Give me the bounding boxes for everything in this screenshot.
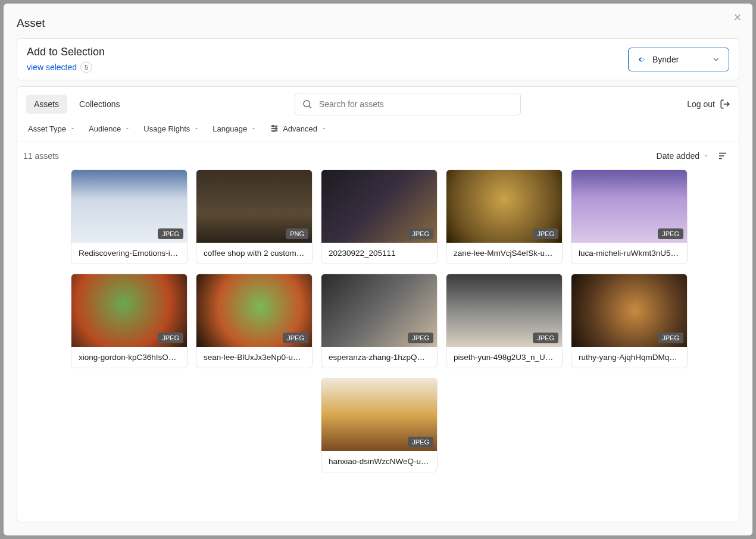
asset-card[interactable]: PNG coffee shop with 2 custom… xyxy=(196,170,313,264)
modal-title: Asset xyxy=(4,4,752,38)
caret-down-icon xyxy=(251,126,257,131)
asset-thumbnail: JPEG xyxy=(571,274,687,347)
bynder-icon xyxy=(637,54,648,65)
asset-thumbnail: JPEG xyxy=(446,274,562,347)
caret-down-icon xyxy=(703,153,709,159)
asset-title: zane-lee-MmVcjS4eISk-un… xyxy=(446,243,562,264)
tabs: Assets Collections xyxy=(26,95,129,114)
asset-title: 20230922_205111 xyxy=(321,243,437,264)
format-badge: JPEG xyxy=(658,333,683,343)
results-count: 11 assets xyxy=(23,151,59,161)
format-badge: JPEG xyxy=(283,333,308,343)
selection-title: Add to Selection xyxy=(27,46,105,58)
asset-thumbnail: JPEG xyxy=(71,170,187,243)
sliders-icon xyxy=(270,124,279,133)
caret-down-icon xyxy=(193,126,199,131)
asset-thumbnail: JPEG xyxy=(71,274,187,347)
asset-card[interactable]: JPEG hanxiao-dsinWzcNWeQ-u… xyxy=(321,378,438,472)
asset-card[interactable]: JPEG 20230922_205111 xyxy=(321,170,438,264)
format-badge: JPEG xyxy=(158,228,183,239)
sort-label: Date added xyxy=(657,151,699,161)
asset-card[interactable]: JPEG zane-lee-MmVcjS4eISk-un… xyxy=(446,170,563,264)
close-icon xyxy=(732,12,743,23)
tab-assets[interactable]: Assets xyxy=(26,95,67,114)
asset-thumbnail: JPEG xyxy=(446,170,562,243)
asset-card[interactable]: JPEG xiong-gordon-kpC36hIsOD… xyxy=(71,274,188,368)
format-badge: JPEG xyxy=(408,333,433,343)
sort-controls: Date added xyxy=(657,151,728,161)
filter-advanced-label: Advanced xyxy=(283,124,317,133)
asset-title: sean-lee-BlUxJx3eNp0-un… xyxy=(196,347,312,368)
filter-audience-label: Audience xyxy=(89,124,121,133)
view-selected-link[interactable]: view selected xyxy=(27,62,77,72)
asset-thumbnail: JPEG xyxy=(321,274,437,347)
svg-point-6 xyxy=(273,130,275,132)
results-header: 11 assets Date added xyxy=(17,142,739,166)
format-badge: PNG xyxy=(286,228,308,239)
svg-point-0 xyxy=(304,101,310,107)
sort-direction-icon[interactable] xyxy=(717,151,728,161)
close-button[interactable] xyxy=(732,12,743,23)
format-badge: JPEG xyxy=(408,437,433,447)
filter-asset-type-label: Asset Type xyxy=(28,124,66,133)
asset-thumbnail: JPEG xyxy=(321,170,437,243)
asset-title: luca-micheli-ruWkmt3nU5… xyxy=(571,243,687,264)
asset-grid: JPEG Rediscovering-Emotions-i… PNG coffe… xyxy=(17,166,739,483)
source-left: Bynder xyxy=(637,54,679,65)
format-badge: JPEG xyxy=(408,228,433,239)
selection-view: view selected 5 xyxy=(27,62,105,73)
filters-row: Asset Type Audience Usage Rights Languag… xyxy=(17,118,739,142)
filter-language-label: Language xyxy=(213,124,247,133)
source-name: Bynder xyxy=(652,55,679,64)
asset-title: piseth-yun-498g2U3_n_U-… xyxy=(446,347,562,368)
tabs-row: Assets Collections Log out xyxy=(17,87,739,118)
asset-title: coffee shop with 2 custom… xyxy=(196,243,312,264)
asset-title: xiong-gordon-kpC36hIsOD… xyxy=(71,347,187,368)
search-icon xyxy=(302,99,313,109)
asset-card[interactable]: JPEG esperanza-zhang-1hzpQD… xyxy=(321,274,438,368)
asset-thumbnail: JPEG xyxy=(321,378,437,451)
format-badge: JPEG xyxy=(533,228,558,239)
asset-title: esperanza-zhang-1hzpQD… xyxy=(321,347,437,368)
svg-point-4 xyxy=(272,126,274,127)
selection-bar: Add to Selection view selected 5 Bynder xyxy=(17,38,739,80)
format-badge: JPEG xyxy=(658,228,683,239)
asset-card[interactable]: JPEG luca-micheli-ruWkmt3nU5… xyxy=(571,170,688,264)
asset-card[interactable]: JPEG ruthy-yang-AjqhHqmDMq… xyxy=(571,274,688,368)
sort-select[interactable]: Date added xyxy=(657,151,709,161)
tab-collections[interactable]: Collections xyxy=(71,95,128,114)
main-panel: Assets Collections Log out Asset Type Au… xyxy=(17,86,739,522)
caret-down-icon xyxy=(321,126,327,131)
caret-down-icon xyxy=(70,126,76,131)
asset-card[interactable]: JPEG piseth-yun-498g2U3_n_U-… xyxy=(446,274,563,368)
logout-button[interactable]: Log out xyxy=(687,99,730,109)
chevron-down-icon xyxy=(712,55,720,64)
search-input[interactable] xyxy=(295,93,521,115)
asset-thumbnail: PNG xyxy=(196,170,312,243)
caret-down-icon xyxy=(124,126,130,131)
asset-title: ruthy-yang-AjqhHqmDMq… xyxy=(571,347,687,368)
svg-point-5 xyxy=(276,128,277,130)
filter-audience[interactable]: Audience xyxy=(89,124,130,133)
asset-title: Rediscovering-Emotions-i… xyxy=(71,243,187,264)
filter-usage-rights[interactable]: Usage Rights xyxy=(143,124,199,133)
asset-card[interactable]: JPEG Rediscovering-Emotions-i… xyxy=(71,170,188,264)
logout-label: Log out xyxy=(687,99,715,109)
asset-thumbnail: JPEG xyxy=(571,170,687,243)
search-wrap xyxy=(295,93,521,115)
filter-usage-rights-label: Usage Rights xyxy=(143,124,190,133)
logout-icon xyxy=(720,99,730,109)
format-badge: JPEG xyxy=(158,333,183,343)
selection-left: Add to Selection view selected 5 xyxy=(27,46,105,73)
filter-advanced[interactable]: Advanced xyxy=(270,124,327,133)
selection-count-badge: 5 xyxy=(80,62,92,73)
format-badge: JPEG xyxy=(533,333,558,343)
asset-card[interactable]: JPEG sean-lee-BlUxJx3eNp0-un… xyxy=(196,274,313,368)
filter-asset-type[interactable]: Asset Type xyxy=(28,124,76,133)
source-selector[interactable]: Bynder xyxy=(628,48,729,71)
asset-title: hanxiao-dsinWzcNWeQ-u… xyxy=(321,451,437,472)
asset-thumbnail: JPEG xyxy=(196,274,312,347)
filter-language[interactable]: Language xyxy=(213,124,257,133)
asset-modal: Asset Add to Selection view selected 5 B… xyxy=(4,4,752,535)
